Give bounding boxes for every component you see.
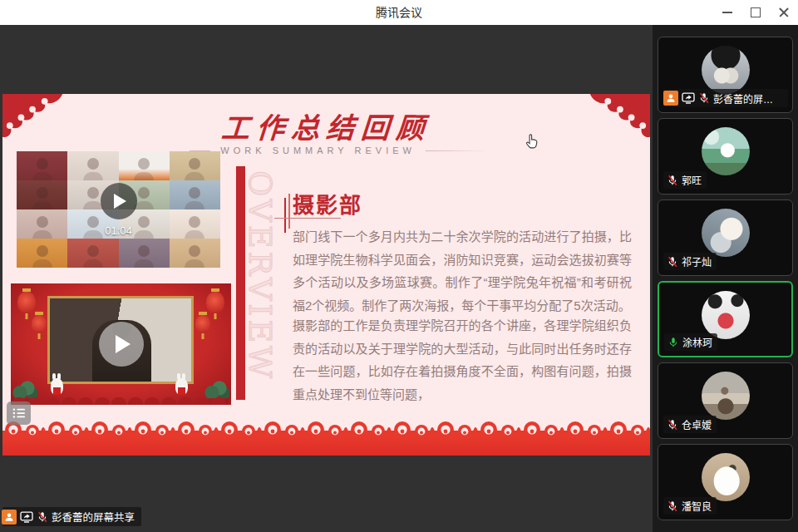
video-grid-cell bbox=[119, 239, 170, 268]
mic-icon bbox=[667, 256, 678, 268]
video-grid-cell bbox=[17, 239, 67, 268]
video-grid-cell bbox=[17, 209, 67, 239]
play-button[interactable] bbox=[101, 183, 137, 219]
title-bar: 腾讯会议 bbox=[0, 0, 798, 25]
bottom-wave-band bbox=[2, 420, 650, 456]
screen-share-icon bbox=[20, 511, 33, 523]
mic-icon bbox=[667, 500, 678, 512]
video-grid-cell bbox=[170, 209, 220, 239]
play-icon bbox=[114, 194, 126, 209]
screen-share-icon bbox=[682, 92, 695, 104]
video-grid-cell bbox=[67, 151, 118, 180]
slide-title: 工作总结回顾 bbox=[2, 106, 650, 146]
subtitle-line-right bbox=[426, 150, 489, 151]
slide-subtitle: WORK SUMMARY REVIEW bbox=[220, 145, 416, 155]
heading-decor-line bbox=[284, 198, 286, 233]
participant-name-tag: 仓卓嫒 bbox=[663, 416, 717, 433]
screen-share-banner: 彭香蕾的屏幕共享 bbox=[2, 507, 141, 526]
minimize-button[interactable] bbox=[713, 0, 741, 25]
video-thumbnail-newyear[interactable] bbox=[11, 283, 231, 405]
participant-name: 郭旺 bbox=[682, 173, 702, 187]
wave-pattern bbox=[11, 394, 231, 405]
participant-tile[interactable]: 潘智良 bbox=[658, 444, 793, 520]
slide-subtitle-row: WORK SUMMARY REVIEW bbox=[190, 145, 489, 155]
list-icon bbox=[12, 407, 27, 419]
participant-name: 涂林珂 bbox=[682, 335, 712, 349]
participant-avatar bbox=[702, 46, 750, 94]
overview-watermark: OVERVIEW bbox=[242, 170, 278, 411]
mic-icon bbox=[698, 92, 710, 104]
video-grid-cell bbox=[17, 151, 67, 180]
shared-slide: 工作总结回顾 WORK SUMMARY REVIEW 01:04 bbox=[2, 94, 650, 456]
video-grid-cell bbox=[170, 180, 220, 209]
participant-avatar bbox=[702, 127, 750, 175]
wave-curl-pattern bbox=[2, 417, 650, 439]
participant-panel: 彭香蕾的屏幕共享 郭旺 祁子灿 涂 bbox=[653, 25, 798, 532]
video-grid-cell bbox=[67, 239, 118, 268]
close-icon bbox=[779, 7, 789, 17]
play-icon bbox=[116, 335, 131, 353]
presenter-menu-button[interactable] bbox=[7, 401, 31, 425]
video-grid-cell bbox=[119, 151, 170, 180]
participant-avatar bbox=[702, 372, 750, 420]
wave-band-solid bbox=[2, 437, 650, 456]
mic-muted-icon bbox=[37, 511, 48, 523]
maximize-icon bbox=[751, 7, 761, 17]
rabbit-icon bbox=[175, 378, 188, 395]
lantern-icon bbox=[206, 292, 224, 313]
participant-tile[interactable]: 郭旺 bbox=[658, 118, 793, 195]
maximize-button[interactable] bbox=[741, 0, 770, 25]
participant-avatar bbox=[702, 209, 750, 257]
mic-icon bbox=[667, 337, 679, 348]
video-grid-cell bbox=[170, 151, 220, 180]
participant-tile[interactable]: 彭香蕾的屏幕共享 bbox=[658, 37, 793, 113]
minimize-icon bbox=[722, 12, 732, 13]
app-title: 腾讯会议 bbox=[0, 0, 798, 25]
lantern-icon bbox=[32, 315, 47, 333]
participant-name-tag: 祁子灿 bbox=[663, 253, 717, 270]
participant-name: 潘智良 bbox=[682, 499, 712, 513]
host-badge-icon bbox=[663, 91, 678, 106]
participant-tile[interactable]: 涂林珂 bbox=[658, 281, 793, 357]
section-title: 摄影部 bbox=[293, 188, 362, 219]
participant-tile[interactable]: 祁子灿 bbox=[658, 200, 793, 276]
mic-icon bbox=[667, 175, 678, 186]
participant-name-tag: 涂林珂 bbox=[664, 333, 717, 351]
lantern-icon bbox=[195, 315, 210, 333]
mic-icon bbox=[667, 419, 678, 431]
video-grid-cell bbox=[170, 239, 220, 268]
body-paragraph: 部门线下一个多月内共为二十余次学院的活动进行了拍摄，比如理学院生物科学见面会，消… bbox=[293, 225, 632, 317]
play-button[interactable] bbox=[99, 322, 144, 367]
participant-avatar bbox=[702, 453, 750, 501]
host-badge-icon bbox=[2, 510, 17, 525]
participant-avatar bbox=[702, 291, 750, 339]
close-button[interactable] bbox=[770, 0, 798, 25]
rabbit-icon bbox=[51, 378, 63, 395]
main-area: 工作总结回顾 WORK SUMMARY REVIEW 01:04 bbox=[0, 25, 798, 532]
video-thumbnail-grid[interactable]: 01:04 bbox=[17, 151, 220, 268]
participant-name: 彭香蕾的屏幕共享 bbox=[713, 91, 783, 106]
participant-name-tag: 潘智良 bbox=[663, 497, 717, 515]
video-duration: 01:04 bbox=[105, 224, 132, 237]
share-banner-text: 彭香蕾的屏幕共享 bbox=[52, 509, 135, 525]
app-window: 腾讯会议 工作总结回顾 WORK SUMMARY REVIEW bbox=[0, 0, 798, 532]
body-paragraph: 摄影部的工作是负责理学院召开的各个讲座，各理学院组织负责的活动以及关于理学院的大… bbox=[293, 314, 632, 406]
participant-tile[interactable]: 仓卓嫒 bbox=[658, 362, 793, 439]
heading-decor-line bbox=[288, 194, 290, 229]
lantern-icon bbox=[17, 292, 36, 313]
participant-name-tag: 彭香蕾的屏幕共享 bbox=[663, 89, 788, 107]
video-grid-cell bbox=[17, 180, 67, 209]
participant-name-tag: 郭旺 bbox=[663, 171, 707, 189]
participant-name: 仓卓嫒 bbox=[682, 417, 712, 431]
participant-name: 祁子灿 bbox=[682, 254, 712, 268]
